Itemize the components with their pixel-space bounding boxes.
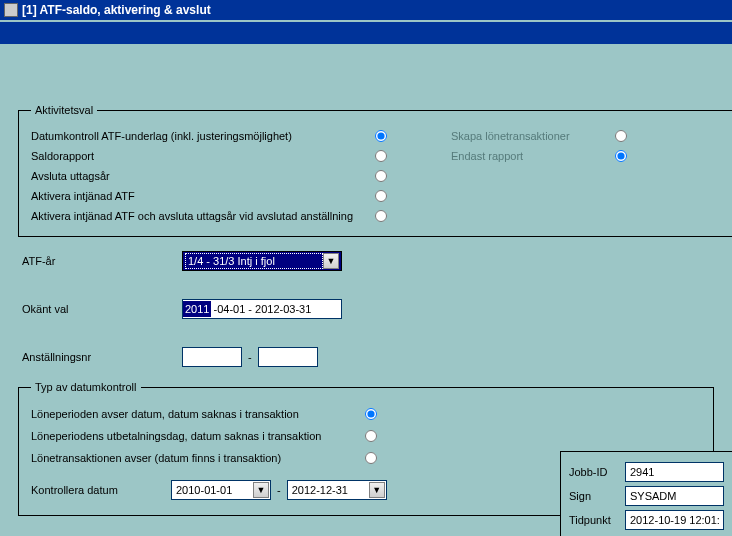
aktivitetsval-group: Aktivitetsval Datumkontroll ATF-underlag… <box>18 104 732 237</box>
aktivitetsval-row-2: Avsluta uttagsår <box>31 166 732 186</box>
jobbid-row: Jobb-ID <box>569 460 724 484</box>
tidpunkt-row: Tidpunkt <box>569 508 724 532</box>
datumkontroll-option-0: Löneperioden avser datum, datum saknas i… <box>31 408 361 420</box>
datumkontroll-radio-0[interactable] <box>365 408 377 420</box>
tidpunkt-field[interactable] <box>625 510 724 530</box>
sign-field[interactable] <box>625 486 724 506</box>
aktivitetsval-legend: Aktivitetsval <box>31 104 97 116</box>
okant-part1: 2011 <box>183 301 211 317</box>
datumkontroll-radio-1[interactable] <box>365 430 377 442</box>
datumkontroll-row-1: Löneperiodens utbetalningsdag, datum sak… <box>31 425 701 447</box>
okant-part2: -04-01 - 2012-03-31 <box>211 301 313 317</box>
atf-ar-label: ATF-år <box>22 255 182 267</box>
kontrollera-from-dropdown[interactable]: 2010-01-01 ▼ <box>171 480 271 500</box>
okant-label: Okänt val <box>22 303 182 315</box>
okant-row: Okänt val 2011 -04-01 - 2012-03-31 <box>22 299 714 319</box>
atf-ar-dropdown[interactable]: 1/4 - 31/3 Intj i fjol ▼ <box>182 251 342 271</box>
tidpunkt-label: Tidpunkt <box>569 514 625 526</box>
kontrollera-to-dropdown[interactable]: 2012-12-31 ▼ <box>287 480 387 500</box>
aktivitetsval-radio-1[interactable] <box>375 150 387 162</box>
titlebar: [1] ATF-saldo, aktivering & avslut <box>0 0 732 20</box>
middle-fields: ATF-år 1/4 - 31/3 Intj i fjol ▼ Okänt va… <box>18 251 714 367</box>
window-title: [1] ATF-saldo, aktivering & avslut <box>22 3 211 17</box>
aktivitetsval-radio-0[interactable] <box>375 130 387 142</box>
chevron-down-icon[interactable]: ▼ <box>323 253 339 269</box>
atf-ar-value: 1/4 - 31/3 Intj i fjol <box>185 253 323 269</box>
aktivitetsval-option-0: Datumkontroll ATF-underlag (inkl. juster… <box>31 130 371 142</box>
datumkontroll-option-1: Löneperiodens utbetalningsdag, datum sak… <box>31 430 361 442</box>
window: [1] ATF-saldo, aktivering & avslut Aktiv… <box>0 0 732 536</box>
okant-field[interactable]: 2011 -04-01 - 2012-03-31 <box>182 299 342 319</box>
aktivitetsval-radio-3[interactable] <box>375 190 387 202</box>
datumkontroll-radio-2[interactable] <box>365 452 377 464</box>
aktivitetsval-right-radio-0[interactable] <box>615 130 627 142</box>
aktivitetsval-radio-4[interactable] <box>375 210 387 222</box>
jobbid-label: Jobb-ID <box>569 466 625 478</box>
jobbid-field[interactable] <box>625 462 724 482</box>
range-separator-1: - <box>248 351 252 363</box>
range-separator-2: - <box>277 484 281 496</box>
chevron-down-icon[interactable]: ▼ <box>369 482 385 498</box>
anstallningsnr-row: Anställningsnr - <box>22 347 714 367</box>
aktivitetsval-option-2: Avsluta uttagsår <box>31 170 371 182</box>
aktivitetsval-right-1: Endast rapport <box>451 150 611 162</box>
datumkontroll-option-2: Lönetransaktionen avser (datum finns i t… <box>31 452 361 464</box>
sign-row: Sign <box>569 484 724 508</box>
chevron-down-icon[interactable]: ▼ <box>253 482 269 498</box>
kontrollera-to-value: 2012-12-31 <box>288 482 369 498</box>
aktivitetsval-option-4: Aktivera intjänad ATF och avsluta uttags… <box>31 210 371 222</box>
atf-ar-row: ATF-år 1/4 - 31/3 Intj i fjol ▼ <box>22 251 714 271</box>
aktivitetsval-option-1: Saldorapport <box>31 150 371 162</box>
anstallningsnr-to[interactable] <box>258 347 318 367</box>
anstallningsnr-from[interactable] <box>182 347 242 367</box>
aktivitetsval-row-0: Datumkontroll ATF-underlag (inkl. juster… <box>31 126 732 146</box>
aktivitetsval-option-3: Aktivera intjänad ATF <box>31 190 371 202</box>
app-icon <box>4 3 18 17</box>
kontrollera-label: Kontrollera datum <box>31 484 171 496</box>
aktivitetsval-radio-2[interactable] <box>375 170 387 182</box>
toolbar-strip <box>0 22 732 44</box>
datumkontroll-legend: Typ av datumkontroll <box>31 381 141 393</box>
sign-label: Sign <box>569 490 625 502</box>
anstallningsnr-label: Anställningsnr <box>22 351 182 363</box>
status-panel: Jobb-ID Sign Tidpunkt <box>560 451 732 536</box>
aktivitetsval-row-4: Aktivera intjänad ATF och avsluta uttags… <box>31 206 732 226</box>
datumkontroll-row-0: Löneperioden avser datum, datum saknas i… <box>31 403 701 425</box>
aktivitetsval-right-0: Skapa lönetransaktioner <box>451 130 611 142</box>
aktivitetsval-row-3: Aktivera intjänad ATF <box>31 186 732 206</box>
aktivitetsval-right-radio-1[interactable] <box>615 150 627 162</box>
aktivitetsval-row-1: Saldorapport Endast rapport <box>31 146 732 166</box>
kontrollera-from-value: 2010-01-01 <box>172 482 253 498</box>
